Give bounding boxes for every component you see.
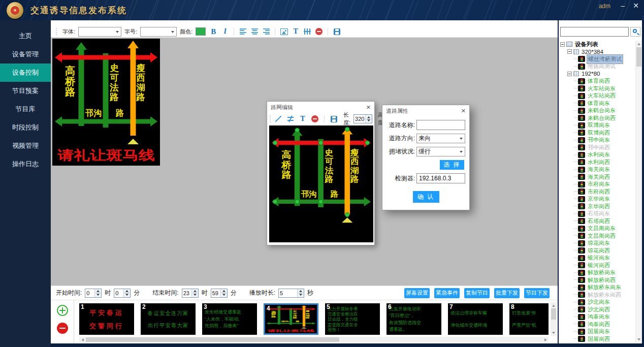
italic-button[interactable]: I: [220, 27, 230, 36]
collapse-icon[interactable]: [567, 72, 572, 76]
road-node-handle[interactable]: [365, 141, 370, 145]
scroll-right-icon[interactable]: [543, 337, 549, 342]
insert-image-button[interactable]: [279, 27, 288, 36]
align-right-button[interactable]: [262, 27, 271, 36]
road-tool-button[interactable]: [286, 114, 295, 123]
program-thumbnail-5[interactable]: 5大力开展秋冬季交通安全整治百日会战，全力稳定道路交通安全形势！: [325, 303, 380, 335]
program-thumbnail-2[interactable]: 2春运安全连万家出行平安靠大家: [141, 303, 196, 335]
scrollbar-thumb[interactable]: [86, 337, 339, 342]
device-item[interactable]: 沙北岗东: [560, 299, 634, 306]
road-node-handle[interactable]: [345, 127, 349, 131]
batch-send-button[interactable]: 批量下发: [494, 288, 520, 298]
save-button[interactable]: [332, 27, 341, 36]
program-thumbnail-8[interactable]: 8打击改装“炸严查严惩“机: [509, 303, 549, 335]
copy-program-button[interactable]: 复制节目: [464, 288, 490, 298]
road-name-input[interactable]: [416, 120, 465, 130]
bold-button[interactable]: B: [209, 27, 218, 36]
close-icon[interactable]: ✕: [461, 108, 466, 114]
device-item[interactable]: 螺丝湾桥测试: [560, 55, 634, 63]
scrollbar-thumb[interactable]: [551, 308, 556, 320]
crosswalk-button[interactable]: [303, 27, 312, 36]
start-minute-spinner[interactable]: 0: [114, 289, 131, 298]
spinner-up-icon[interactable]: [366, 115, 372, 119]
sidebar-item-program-plan[interactable]: 节目预案: [0, 82, 51, 100]
sidebar-item-time-control[interactable]: 时段控制: [0, 118, 51, 137]
editor-canvas[interactable]: 高桥路史可法路瘦西湖路邗沟路: [269, 125, 373, 242]
device-item[interactable]: 火车站岗西: [560, 92, 634, 100]
road-node-handle[interactable]: [273, 200, 277, 204]
device-item[interactable]: 来鹤台岗东: [560, 107, 634, 115]
device-item[interactable]: 国展岗西: [560, 335, 634, 342]
text-tool-button[interactable]: T: [298, 114, 307, 123]
spinner-up-icon[interactable]: [221, 289, 227, 294]
spinner-up-icon[interactable]: [124, 289, 130, 294]
color-swatch[interactable]: [196, 27, 206, 36]
device-item[interactable]: 国展岗东: [560, 328, 634, 336]
device-item[interactable]: 火车站岗东: [560, 85, 634, 92]
sidebar-item-device-management[interactable]: 设备管理: [0, 45, 51, 64]
font-size-select[interactable]: [140, 27, 177, 37]
scrollbar-thumb[interactable]: [636, 47, 641, 67]
sign-preview[interactable]: 高桥路史可法路瘦西湖路邗沟路请礼让斑马线: [52, 39, 160, 166]
device-item[interactable]: 文昌阁岗西: [560, 232, 634, 240]
spinner-up-icon[interactable]: [95, 289, 101, 294]
program-thumbnail-7[interactable]: 7依法治理非标车辆净化城市交通环境: [448, 303, 503, 335]
road-node-handle[interactable]: [273, 141, 277, 145]
device-item[interactable]: 海关岗东: [560, 166, 634, 174]
road-direction-select[interactable]: 来向: [416, 134, 465, 143]
spinner-down-icon[interactable]: [124, 293, 130, 297]
spinner-down-icon[interactable]: [298, 293, 304, 297]
device-item[interactable]: 市府岗东: [560, 181, 634, 188]
search-button[interactable]: [630, 27, 640, 37]
minimize-button[interactable]: –: [621, 2, 625, 10]
device-item[interactable]: 水利岗西: [560, 159, 634, 166]
collapse-icon[interactable]: [567, 49, 572, 54]
device-item[interactable]: 水利岗东: [560, 151, 634, 159]
spinner-down-icon[interactable]: [192, 293, 198, 297]
congestion-select[interactable]: 缓行: [416, 147, 465, 156]
device-item[interactable]: 解放桥东岗西: [560, 291, 634, 299]
device-item[interactable]: 双博岗东: [560, 122, 634, 130]
emergency-event-button[interactable]: 紧急事件: [434, 288, 460, 298]
end-minute-spinner[interactable]: 59: [211, 289, 228, 298]
device-item[interactable]: 沙北岗西: [560, 306, 634, 313]
device-item[interactable]: 银河岗西: [560, 262, 634, 269]
program-thumbnail-4[interactable]: 4高桥路史可法路瘦西湖路邗沟路请礼让斑马线: [264, 303, 318, 335]
device-item[interactable]: 海关岗西: [560, 173, 634, 181]
device-item[interactable]: 石塔岗东: [560, 210, 634, 218]
scroll-left-icon[interactable]: [79, 337, 85, 342]
device-item[interactable]: 邗中岗西: [560, 144, 634, 151]
device-item[interactable]: 解放桥岗西: [560, 276, 634, 284]
device-item[interactable]: 双博岗西: [560, 129, 634, 137]
length-spinner[interactable]: 320: [353, 114, 372, 123]
device-item[interactable]: 银河岗东: [560, 255, 634, 262]
spinner-up-icon[interactable]: [298, 289, 304, 294]
confirm-button[interactable]: 确 认: [413, 191, 439, 203]
sidebar-item-home[interactable]: 主页: [0, 27, 51, 45]
program-thumbnail-3[interactable]: 3发生轻微交通事故“人未伤，车能动,先拍照，后撤离”: [202, 303, 257, 335]
remove-program-icon[interactable]: [57, 323, 68, 334]
device-item[interactable]: 京华岗东: [560, 196, 634, 203]
spinner-down-icon[interactable]: [366, 119, 372, 123]
scroll-up-icon[interactable]: [636, 41, 642, 46]
align-left-button[interactable]: [238, 27, 247, 36]
spinner-up-icon[interactable]: [192, 289, 198, 294]
collapse-icon[interactable]: [560, 42, 565, 47]
align-center-button[interactable]: [250, 27, 259, 36]
device-search-input[interactable]: [560, 27, 629, 37]
close-icon[interactable]: ✕: [366, 104, 371, 111]
delete-button[interactable]: [314, 27, 324, 36]
start-hour-spinner[interactable]: 0: [85, 289, 102, 298]
device-item[interactable]: 维扬岗测试: [560, 63, 634, 71]
device-item[interactable]: 京华岗西: [560, 203, 634, 210]
scroll-up-icon[interactable]: [551, 302, 557, 308]
device-item[interactable]: 解放桥岗东: [560, 269, 634, 277]
device-item[interactable]: 鸿泰岗东: [560, 313, 634, 321]
device-item[interactable]: 解放桥东岗东: [560, 284, 634, 292]
device-item[interactable]: 鸿泰岗西: [560, 321, 634, 328]
sidebar-item-video-management[interactable]: 视频管理: [0, 137, 51, 155]
tree-group-192*80[interactable]: 192*80: [560, 70, 634, 78]
device-tree-scrollbar[interactable]: [635, 41, 642, 342]
sidebar-item-operation-log[interactable]: 操作日志: [0, 155, 51, 173]
spinner-down-icon[interactable]: [95, 293, 101, 297]
